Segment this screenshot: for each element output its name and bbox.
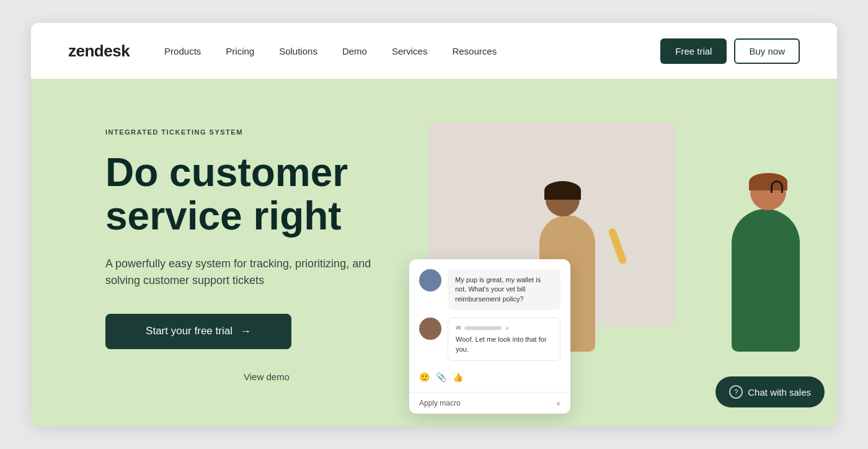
nav-links: Products Pricing Solutions Demo Services… [154,41,660,61]
chat-reply-header: ✉ ∨ [456,324,552,331]
nav-link-demo[interactable]: Demo [332,41,377,61]
buy-now-button[interactable]: Buy now [734,38,800,64]
chat-message-reply: ✉ ∨ Woof. Let me look into that for you. [419,318,560,361]
chat-avatar-agent [419,318,441,340]
start-trial-label: Start your free trial [146,325,232,337]
chat-actions: 🙂 📎 👍 [419,368,560,382]
brand-logo[interactable]: zendesk [68,42,130,61]
baton-prop [608,228,627,265]
chat-message-1: My pup is great, my wallet is not. What'… [419,269,560,310]
email-icon: ✉ [456,324,461,331]
chat-card: My pup is great, my wallet is not. What'… [409,259,570,414]
hero-section: INTEGRATED TICKETING SYSTEM Do customer … [31,79,837,426]
reply-chevron-icon: ∨ [505,325,510,331]
emoji-icon[interactable]: 🙂 [419,372,430,382]
nav-link-solutions[interactable]: Solutions [269,41,327,61]
navbar: zendesk Products Pricing Solutions Demo … [31,23,837,79]
macro-chevron-icon[interactable]: ∨ [556,400,560,407]
arrow-icon: → [240,325,251,338]
chat-sales-label: Chat with sales [748,387,811,398]
nav-actions: Free trial Buy now [660,38,800,64]
start-trial-button[interactable]: Start your free trial → [105,314,291,349]
chat-card-inner: My pup is great, my wallet is not. What'… [409,259,570,392]
macro-label: Apply macro [419,399,461,407]
person-right-body [732,209,800,352]
free-trial-button[interactable]: Free trial [660,38,727,64]
reply-bar [464,326,502,330]
chat-sales-icon: ? [729,385,743,399]
chat-footer: Apply macro ∨ [409,392,570,414]
hero-eyebrow: INTEGRATED TICKETING SYSTEM [105,128,428,136]
nav-link-services[interactable]: Services [382,41,438,61]
chat-avatar-user [419,269,441,291]
chat-reply-text: Woof. Let me look into that for you. [456,335,552,354]
nav-link-pricing[interactable]: Pricing [216,41,264,61]
person-right [732,174,800,352]
hero-content: INTEGRATED TICKETING SYSTEM Do customer … [105,116,428,424]
person-left-hair [544,181,581,200]
person-left-head [546,182,580,216]
hero-title: Do customer service right [105,151,428,238]
chat-sales-button[interactable]: ? Chat with sales [715,376,825,407]
nav-link-products[interactable]: Products [154,41,211,61]
headset-icon [771,180,783,193]
page-wrapper: zendesk Products Pricing Solutions Demo … [31,23,837,426]
chat-bubble-user: My pup is great, my wallet is not. What'… [448,269,560,310]
person-right-head [750,174,786,210]
attachment-icon[interactable]: 📎 [436,372,446,382]
thumbsup-icon[interactable]: 👍 [453,372,463,382]
chat-reply-box[interactable]: ✉ ∨ Woof. Let me look into that for you. [448,318,560,361]
nav-link-resources[interactable]: Resources [442,41,507,61]
view-demo-link[interactable]: View demo [105,367,428,387]
hero-subtitle: A powerfully easy system for tracking, p… [105,256,378,289]
